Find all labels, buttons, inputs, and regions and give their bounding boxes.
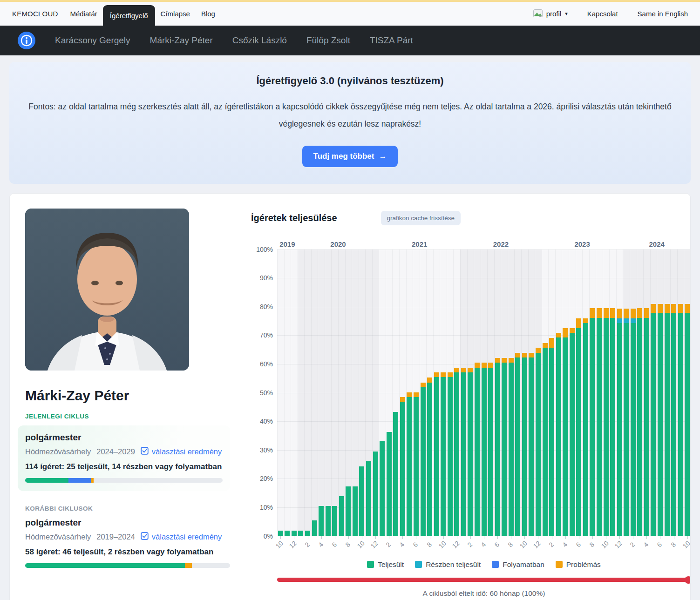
- politician-link[interactable]: TISZA Párt: [370, 35, 413, 46]
- x-axis-label: 10: [437, 539, 447, 549]
- chart-bar[interactable]: [366, 461, 371, 536]
- chart-bar[interactable]: [515, 353, 520, 536]
- chart-bar[interactable]: [671, 304, 676, 535]
- chart-bar[interactable]: [637, 308, 642, 535]
- slider-knob[interactable]: [685, 576, 691, 584]
- politician-link[interactable]: Karácsony Gergely: [55, 35, 130, 46]
- chart-bar[interactable]: [400, 397, 405, 536]
- chart-bar[interactable]: [488, 363, 493, 535]
- language-link[interactable]: Same in English: [638, 10, 688, 18]
- chart-bar[interactable]: [665, 304, 670, 535]
- politician-link[interactable]: Márki-Zay Péter: [150, 35, 213, 46]
- chart-bar[interactable]: [339, 496, 344, 536]
- chart-bar[interactable]: [285, 531, 290, 535]
- chart-bar[interactable]: [644, 308, 649, 535]
- chart-bar[interactable]: [631, 309, 636, 536]
- chart-bar[interactable]: [326, 506, 331, 535]
- chart-bar[interactable]: [549, 338, 554, 535]
- chart-bar[interactable]: [495, 358, 500, 536]
- chart-bar[interactable]: [434, 372, 439, 536]
- chart-bar[interactable]: [658, 304, 663, 535]
- site-nav-item[interactable]: Médiatár: [64, 2, 102, 26]
- elapsed-time-slider[interactable]: [277, 576, 691, 584]
- chart-bar[interactable]: [298, 531, 303, 535]
- chart-bar[interactable]: [509, 358, 514, 536]
- chart-bar[interactable]: [427, 378, 432, 535]
- chart-bar[interactable]: [529, 353, 534, 536]
- chart-bar[interactable]: [502, 358, 507, 536]
- chart-bar[interactable]: [346, 486, 351, 536]
- chart-bar[interactable]: [617, 309, 622, 536]
- politician-link[interactable]: Fülöp Zsolt: [306, 35, 350, 46]
- chart-bar[interactable]: [278, 531, 283, 535]
- chart-bar[interactable]: [610, 308, 615, 535]
- chart-bar[interactable]: [448, 372, 453, 536]
- chart-bar[interactable]: [482, 363, 487, 535]
- x-axis-label: 6: [330, 540, 338, 548]
- site-nav-item[interactable]: Ígéretfigyelő: [103, 5, 155, 26]
- chart-bar[interactable]: [597, 308, 602, 535]
- chart-bar[interactable]: [576, 318, 581, 536]
- refresh-cache-button[interactable]: grafikon cache frissítése: [381, 211, 461, 225]
- chart-bar[interactable]: [332, 506, 337, 535]
- chart-bar[interactable]: [441, 372, 446, 536]
- bar-segment: [583, 323, 588, 535]
- info-icon[interactable]: [18, 32, 35, 49]
- legend-item[interactable]: Folyamatban: [492, 560, 544, 569]
- chart-bar[interactable]: [421, 383, 426, 536]
- election-result-link[interactable]: választási eredmény: [141, 447, 222, 457]
- chart-bar[interactable]: [556, 333, 561, 536]
- chart-bar[interactable]: [678, 304, 683, 535]
- chart-bar[interactable]: [468, 368, 473, 536]
- profile-menu[interactable]: profil ▾: [533, 9, 568, 19]
- chart-bar[interactable]: [563, 328, 568, 536]
- chart-bar[interactable]: [380, 441, 385, 535]
- legend-item[interactable]: Problémás: [556, 560, 601, 569]
- bar-segment: [678, 313, 683, 535]
- chart-bar[interactable]: [536, 348, 541, 535]
- chart-bar[interactable]: [319, 506, 324, 535]
- chart-bar[interactable]: [407, 392, 412, 536]
- chart-bar[interactable]: [461, 368, 466, 536]
- chart-bar[interactable]: [292, 531, 297, 535]
- legend-item[interactable]: Részben teljesült: [415, 560, 481, 569]
- chart-bar[interactable]: [570, 328, 575, 536]
- learn-more-button[interactable]: Tudj meg többet →: [302, 146, 398, 167]
- site-nav-item[interactable]: Blog: [196, 2, 221, 26]
- bar-segment: [536, 348, 541, 352]
- chart-bar[interactable]: [543, 343, 548, 536]
- contact-link[interactable]: Kapcsolat: [587, 10, 618, 18]
- election-result-link-previous[interactable]: választási eredmény: [141, 532, 222, 542]
- chart-bar[interactable]: [624, 309, 629, 536]
- chart-bar[interactable]: [373, 452, 378, 535]
- bar-segment: [610, 308, 615, 318]
- chart-bar[interactable]: [387, 432, 392, 536]
- bar-segment: [543, 343, 548, 348]
- bar-segment: [685, 304, 690, 313]
- site-nav-item[interactable]: Címlapse: [155, 2, 196, 26]
- promise-chart: 201920202021202220232024 0%10%20%30%40%5…: [251, 240, 691, 598]
- brand-logo[interactable]: KEMOCLOUD: [12, 2, 58, 26]
- chart-bar[interactable]: [590, 308, 595, 535]
- elapsed-time-caption: A ciklusból eltelt idő: 60 hónap (100%): [277, 589, 691, 598]
- chart-bar[interactable]: [522, 353, 527, 536]
- chart-bar[interactable]: [393, 412, 398, 535]
- chart-bar[interactable]: [353, 486, 358, 536]
- chart-bar[interactable]: [685, 304, 690, 535]
- chart-bar[interactable]: [475, 363, 480, 535]
- slider-track[interactable]: [277, 578, 691, 582]
- chart-bar[interactable]: [305, 531, 310, 535]
- legend-item[interactable]: Teljesült: [367, 560, 404, 569]
- chart-bar[interactable]: [359, 466, 364, 535]
- tick-mark: [538, 536, 538, 539]
- bar-segment: [414, 392, 419, 397]
- chart-bar[interactable]: [651, 304, 656, 535]
- chart-bar[interactable]: [312, 520, 317, 535]
- bar-segment: [597, 308, 602, 318]
- chart-bar[interactable]: [414, 392, 419, 536]
- chart-bar[interactable]: [583, 318, 588, 536]
- tick-mark: [660, 536, 660, 539]
- politician-link[interactable]: Csőzik László: [232, 35, 287, 46]
- chart-bar[interactable]: [604, 308, 609, 535]
- chart-bar[interactable]: [454, 368, 459, 536]
